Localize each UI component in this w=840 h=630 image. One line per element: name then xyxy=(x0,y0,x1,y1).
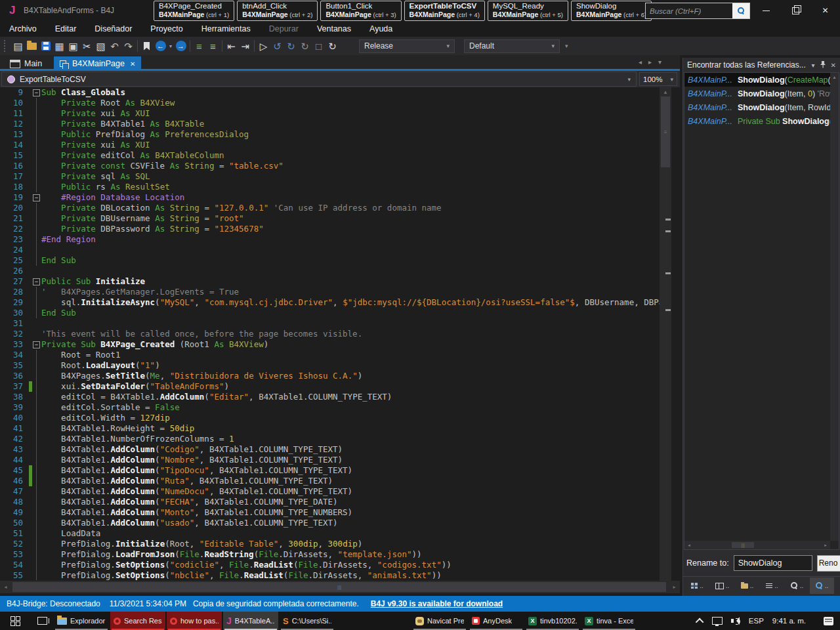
code-line[interactable]: 24 xyxy=(0,245,660,255)
code-line[interactable]: 41 B4XTable1.RowHeight = 50dip xyxy=(0,423,660,434)
comment-code-icon[interactable]: ≡ xyxy=(192,39,206,53)
redo-icon[interactable]: ↷ xyxy=(121,39,135,53)
code-line[interactable]: 34 Root = Root1 xyxy=(0,350,660,360)
code-line[interactable]: 53 PrefDialog.LoadFromJson(File.ReadStri… xyxy=(0,549,660,560)
search-input[interactable] xyxy=(646,3,732,18)
language-indicator[interactable]: ESP xyxy=(749,617,764,625)
code-line[interactable]: 18 Public rs As ResultSet xyxy=(0,182,660,192)
member-selector[interactable]: ExportTableToCSV ▾ xyxy=(1,72,637,87)
notification-center-icon[interactable] xyxy=(824,617,833,625)
code-line[interactable]: 19 #Region Database Location xyxy=(0,192,660,203)
taskbar-app-cmd[interactable]: SC:\Users\Si... xyxy=(280,612,335,630)
code-line[interactable]: 31 xyxy=(0,318,660,329)
panel-menu-icon[interactable]: ▾ xyxy=(812,62,815,69)
outdent-icon[interactable]: ⇤ xyxy=(224,39,238,53)
code-line[interactable]: 49 B4XTable1.AddColumn("Monto", B4XTable… xyxy=(0,507,660,518)
scroll-left-icon[interactable]: ◂ xyxy=(684,543,694,548)
code-line[interactable]: 32'This event will be called once, befor… xyxy=(0,329,660,339)
code-line[interactable]: 38 editCol = B4XTable1.AddColumn("Editar… xyxy=(0,392,660,402)
reference-row[interactable]: B4XMainP...ShowDialog(CreateMap(), xyxy=(684,73,839,87)
code-line[interactable]: 20 Private DBLocation As String = "127.0… xyxy=(0,203,660,213)
find-tab[interactable]: .. xyxy=(785,578,809,594)
hscroll-thumb[interactable]: ||| xyxy=(12,582,666,592)
code-line[interactable]: 14 Private xui As XUI xyxy=(0,140,660,150)
run-icon[interactable]: ▷ xyxy=(257,39,270,53)
close-panel-icon[interactable]: ✕ xyxy=(831,62,836,69)
toolbar-overflow-icon[interactable]: ▾ xyxy=(565,43,568,49)
files-tab[interactable]: .. xyxy=(735,578,759,594)
code-line[interactable]: 26 xyxy=(0,266,660,276)
scroll-up-icon[interactable]: ▲ xyxy=(660,87,671,96)
code-line[interactable]: 50 B4XTable1.AddColumn("usado", B4XTable… xyxy=(0,518,660,528)
clock[interactable]: 9:41 a. m. xyxy=(772,617,806,625)
pin-icon[interactable] xyxy=(820,60,826,70)
copy-icon[interactable]: ▣ xyxy=(66,39,80,53)
references-hscrollbar[interactable]: ◂ ||| ▸ xyxy=(684,541,830,549)
bookmark-icon[interactable] xyxy=(140,39,154,53)
new-project-icon[interactable]: ▤ xyxy=(11,39,25,53)
tray-expand-icon[interactable] xyxy=(696,618,704,626)
code-line[interactable]: 28' B4XPages.GetManager.LogEvents = True xyxy=(0,287,660,297)
zoom-selector[interactable]: 100% ▾ xyxy=(639,72,677,86)
close-tab-icon[interactable]: ✕ xyxy=(130,60,135,68)
code-line[interactable]: 54 PrefDialog.SetOptions("codiclie", Fil… xyxy=(0,560,660,570)
menu-editar[interactable]: Editar xyxy=(46,21,86,37)
code-line[interactable]: 42 B4XTable1.NumberOfFrozenColumns = 1 xyxy=(0,434,660,444)
code-line[interactable]: 47 B4XTable1.AddColumn("NumeDocu", B4XTa… xyxy=(0,486,660,497)
resume-icon[interactable]: ↺ xyxy=(270,39,284,53)
taskbar-app-excel[interactable]: Xtinva - Excel xyxy=(581,612,637,630)
code-line[interactable]: 29 sql.InitializeAsync("MySQL", "com.mys… xyxy=(0,297,660,308)
code-line[interactable]: 55 PrefDialog.SetOptions("nbclie", File.… xyxy=(0,570,660,580)
quick-tab-b4xpage_created[interactable]: B4XPage_CreatedB4XMainPage (ctrl + 1) xyxy=(154,1,234,21)
menu-proyecto[interactable]: Proyecto xyxy=(141,21,192,37)
references-list[interactable]: B4XMainP...ShowDialog(CreateMap(),B4XMai… xyxy=(684,72,839,550)
code-line[interactable]: 40 editCol.Width = 127dip xyxy=(0,413,660,423)
code-line[interactable]: 33Private Sub B4XPage_Created (Root1 As … xyxy=(0,339,660,350)
code-line[interactable]: 11 Private xui As XUI xyxy=(0,108,660,119)
open-project-icon[interactable] xyxy=(25,39,39,53)
logs-tab[interactable]: .. xyxy=(760,578,784,594)
update-link[interactable]: B4J v9.30 is available for download xyxy=(371,599,503,608)
stop-icon[interactable]: □ xyxy=(312,39,326,53)
step-into-icon[interactable]: ↻ xyxy=(298,39,312,53)
quick-tab-btnadd_click[interactable]: btnAdd_ClickB4XMainPage (ctrl + 2) xyxy=(237,1,318,21)
run-configuration-select[interactable]: Default▾ xyxy=(464,39,560,53)
scroll-tabs-left-icon[interactable]: ◂ xyxy=(639,58,642,66)
reference-row[interactable]: B4XMainP...ShowDialog(Item, 0) 'Row xyxy=(684,87,839,100)
taskbar-app-anydesk[interactable]: AnyDesk xyxy=(469,612,524,630)
volume-icon[interactable] xyxy=(731,617,740,625)
code-line[interactable]: 23#End Region xyxy=(0,234,660,245)
navigate-back-icon[interactable]: ← xyxy=(154,39,167,53)
modules-icon[interactable]: ▦ xyxy=(52,39,66,53)
taskbar-app-opera[interactable]: how to pas... xyxy=(167,612,222,630)
indent-icon[interactable]: ⇥ xyxy=(238,39,252,53)
code-editor[interactable]: 9Sub Class_Globals10 Private Root As B4X… xyxy=(0,87,660,580)
reference-row[interactable]: B4XMainP...ShowDialog(Item, RowId) xyxy=(684,100,839,114)
scroll-up-icon[interactable]: ▲ xyxy=(830,73,839,81)
start-button[interactable] xyxy=(0,612,30,630)
code-line[interactable]: 12 Private B4XTable1 As B4XTable xyxy=(0,119,660,129)
quick-tab-exporttabletocsv[interactable]: ExportTableToCSVB4XMainPage (ctrl + 4) xyxy=(404,1,485,21)
taskbar-app-explorer[interactable]: Explorador ... xyxy=(54,612,109,630)
restart-icon[interactable]: ↻ xyxy=(326,39,339,53)
menu-herramientas[interactable]: Herramientas xyxy=(192,21,260,37)
code-line[interactable]: 13 Public PrefDialog As PreferencesDialo… xyxy=(0,129,660,140)
rename-button[interactable]: Reno xyxy=(817,555,840,572)
menu-diseñador[interactable]: Diseñador xyxy=(85,21,141,37)
code-line[interactable]: 21 Private DBUsername As String = "root" xyxy=(0,213,660,224)
undo-icon[interactable]: ↶ xyxy=(108,39,121,53)
code-line[interactable]: 17 Private sql As SQL xyxy=(0,171,660,182)
paste-icon[interactable]: ▧ xyxy=(94,39,108,53)
taskbar-app-b4j[interactable]: JB4XTableA... xyxy=(223,612,278,630)
code-line[interactable]: 9Sub Class_Globals xyxy=(0,87,660,98)
menu-ventanas[interactable]: Ventanas xyxy=(308,21,360,37)
help-tab[interactable]: .. xyxy=(710,578,734,594)
menu-archivo[interactable]: Archivo xyxy=(0,21,46,37)
fold-collapse-icon[interactable] xyxy=(32,87,41,98)
close-button[interactable]: ✕ xyxy=(810,0,840,21)
build-configuration-select[interactable]: Release▾ xyxy=(359,39,455,53)
quick-tab-button1_click[interactable]: Button1_ClickB4XMainPage (ctrl + 3) xyxy=(320,1,401,21)
code-line[interactable]: 44 B4XTable1.AddColumn("Nombre", B4XTabl… xyxy=(0,455,660,465)
fold-collapse-icon[interactable] xyxy=(32,192,41,203)
restore-button[interactable] xyxy=(781,0,810,21)
